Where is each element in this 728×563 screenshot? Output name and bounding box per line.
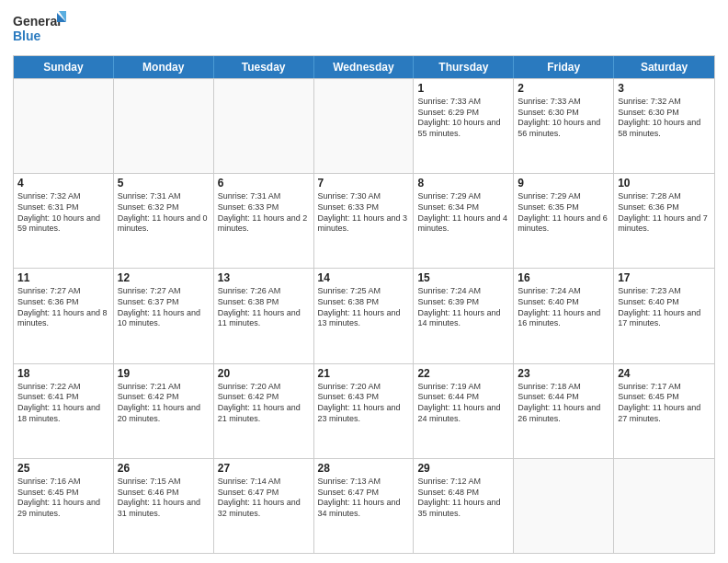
cell-info: Sunrise: 7:12 AM Sunset: 6:48 PM Dayligh… xyxy=(417,477,509,520)
cell-info: Sunrise: 7:23 AM Sunset: 6:40 PM Dayligh… xyxy=(618,286,711,329)
cal-cell-15: 15Sunrise: 7:24 AM Sunset: 6:39 PM Dayli… xyxy=(414,269,514,362)
day-number: 1 xyxy=(417,82,509,95)
cell-info: Sunrise: 7:16 AM Sunset: 6:45 PM Dayligh… xyxy=(17,477,109,520)
week-row-4: 25Sunrise: 7:16 AM Sunset: 6:45 PM Dayli… xyxy=(14,458,714,553)
calendar: SundayMondayTuesdayWednesdayThursdayFrid… xyxy=(13,55,715,554)
day-number: 6 xyxy=(218,177,310,190)
day-number: 20 xyxy=(218,367,310,380)
cal-cell-25: 25Sunrise: 7:16 AM Sunset: 6:45 PM Dayli… xyxy=(14,459,114,553)
cell-info: Sunrise: 7:14 AM Sunset: 6:47 PM Dayligh… xyxy=(218,477,310,520)
day-number: 25 xyxy=(17,462,109,475)
cell-info: Sunrise: 7:21 AM Sunset: 6:42 PM Dayligh… xyxy=(118,382,210,425)
cell-info: Sunrise: 7:33 AM Sunset: 6:30 PM Dayligh… xyxy=(518,97,609,140)
cal-cell-27: 27Sunrise: 7:14 AM Sunset: 6:47 PM Dayli… xyxy=(214,459,314,553)
cell-info: Sunrise: 7:27 AM Sunset: 6:36 PM Dayligh… xyxy=(17,286,109,329)
cell-info: Sunrise: 7:29 AM Sunset: 6:34 PM Dayligh… xyxy=(417,191,509,235)
cal-cell-17: 17Sunrise: 7:23 AM Sunset: 6:40 PM Dayli… xyxy=(614,269,714,362)
cal-cell-21: 21Sunrise: 7:20 AM Sunset: 6:43 PM Dayli… xyxy=(314,364,415,458)
cell-info: Sunrise: 7:20 AM Sunset: 6:43 PM Dayligh… xyxy=(318,382,410,425)
day-number: 15 xyxy=(417,271,509,284)
week-row-0: 1Sunrise: 7:33 AM Sunset: 6:29 PM Daylig… xyxy=(14,78,714,173)
cell-info: Sunrise: 7:18 AM Sunset: 6:44 PM Dayligh… xyxy=(518,382,609,425)
header: GeneralBlue xyxy=(13,9,715,50)
svg-text:General: General xyxy=(13,14,61,29)
day-number: 10 xyxy=(618,177,711,190)
cell-info: Sunrise: 7:27 AM Sunset: 6:37 PM Dayligh… xyxy=(118,286,210,329)
cal-cell-10: 10Sunrise: 7:28 AM Sunset: 6:36 PM Dayli… xyxy=(614,174,714,268)
header-day-wednesday: Wednesday xyxy=(314,56,415,78)
day-number: 21 xyxy=(318,367,410,380)
cal-cell-24: 24Sunrise: 7:17 AM Sunset: 6:45 PM Dayli… xyxy=(614,364,714,458)
cell-info: Sunrise: 7:13 AM Sunset: 6:47 PM Dayligh… xyxy=(318,477,410,520)
cell-info: Sunrise: 7:29 AM Sunset: 6:35 PM Dayligh… xyxy=(518,191,609,235)
cal-cell-empty-0-0 xyxy=(14,79,114,173)
cal-cell-12: 12Sunrise: 7:27 AM Sunset: 6:37 PM Dayli… xyxy=(114,269,214,362)
calendar-body: 1Sunrise: 7:33 AM Sunset: 6:29 PM Daylig… xyxy=(14,78,714,553)
cell-info: Sunrise: 7:32 AM Sunset: 6:30 PM Dayligh… xyxy=(618,97,711,140)
day-number: 11 xyxy=(17,271,109,284)
day-number: 22 xyxy=(417,367,509,380)
cal-cell-empty-4-6 xyxy=(614,459,714,553)
cal-cell-6: 6Sunrise: 7:31 AM Sunset: 6:33 PM Daylig… xyxy=(214,174,314,268)
header-day-friday: Friday xyxy=(514,56,614,78)
cell-info: Sunrise: 7:24 AM Sunset: 6:40 PM Dayligh… xyxy=(518,286,609,329)
cal-cell-28: 28Sunrise: 7:13 AM Sunset: 6:47 PM Dayli… xyxy=(314,459,415,553)
cal-cell-23: 23Sunrise: 7:18 AM Sunset: 6:44 PM Dayli… xyxy=(514,364,614,458)
day-number: 14 xyxy=(318,271,410,284)
day-number: 23 xyxy=(518,367,609,380)
cal-cell-29: 29Sunrise: 7:12 AM Sunset: 6:48 PM Dayli… xyxy=(414,459,514,553)
day-number: 5 xyxy=(118,177,210,190)
header-day-monday: Monday xyxy=(114,56,214,78)
cal-cell-5: 5Sunrise: 7:31 AM Sunset: 6:32 PM Daylig… xyxy=(114,174,214,268)
cal-cell-13: 13Sunrise: 7:26 AM Sunset: 6:38 PM Dayli… xyxy=(214,269,314,362)
svg-text:Blue: Blue xyxy=(13,29,41,43)
cal-cell-2: 2Sunrise: 7:33 AM Sunset: 6:30 PM Daylig… xyxy=(514,79,614,173)
cell-info: Sunrise: 7:28 AM Sunset: 6:36 PM Dayligh… xyxy=(618,191,711,235)
day-number: 13 xyxy=(218,271,310,284)
day-number: 12 xyxy=(118,271,210,284)
cal-cell-8: 8Sunrise: 7:29 AM Sunset: 6:34 PM Daylig… xyxy=(414,174,514,268)
day-number: 26 xyxy=(118,462,210,475)
header-day-tuesday: Tuesday xyxy=(214,56,314,78)
cal-cell-empty-0-1 xyxy=(114,79,214,173)
cal-cell-19: 19Sunrise: 7:21 AM Sunset: 6:42 PM Dayli… xyxy=(114,364,214,458)
day-number: 18 xyxy=(17,367,109,380)
header-day-sunday: Sunday xyxy=(14,56,114,78)
cell-info: Sunrise: 7:19 AM Sunset: 6:44 PM Dayligh… xyxy=(417,382,509,425)
week-row-3: 18Sunrise: 7:22 AM Sunset: 6:41 PM Dayli… xyxy=(14,363,714,458)
cal-cell-26: 26Sunrise: 7:15 AM Sunset: 6:46 PM Dayli… xyxy=(114,459,214,553)
cell-info: Sunrise: 7:31 AM Sunset: 6:33 PM Dayligh… xyxy=(218,191,310,235)
day-number: 16 xyxy=(518,271,609,284)
cal-cell-9: 9Sunrise: 7:29 AM Sunset: 6:35 PM Daylig… xyxy=(514,174,614,268)
day-number: 7 xyxy=(318,177,410,190)
cal-cell-1: 1Sunrise: 7:33 AM Sunset: 6:29 PM Daylig… xyxy=(414,79,514,173)
cal-cell-empty-0-3 xyxy=(314,79,415,173)
cell-info: Sunrise: 7:22 AM Sunset: 6:41 PM Dayligh… xyxy=(17,382,109,425)
cal-cell-11: 11Sunrise: 7:27 AM Sunset: 6:36 PM Dayli… xyxy=(14,269,114,362)
cell-info: Sunrise: 7:33 AM Sunset: 6:29 PM Dayligh… xyxy=(417,97,509,140)
cell-info: Sunrise: 7:31 AM Sunset: 6:32 PM Dayligh… xyxy=(118,191,210,235)
day-number: 19 xyxy=(118,367,210,380)
cell-info: Sunrise: 7:17 AM Sunset: 6:45 PM Dayligh… xyxy=(618,382,711,425)
day-number: 3 xyxy=(618,82,711,95)
cal-cell-3: 3Sunrise: 7:32 AM Sunset: 6:30 PM Daylig… xyxy=(614,79,714,173)
cal-cell-16: 16Sunrise: 7:24 AM Sunset: 6:40 PM Dayli… xyxy=(514,269,614,362)
day-number: 2 xyxy=(518,82,609,95)
cell-info: Sunrise: 7:24 AM Sunset: 6:39 PM Dayligh… xyxy=(417,286,509,329)
logo-svg: GeneralBlue xyxy=(13,9,68,50)
cal-cell-4: 4Sunrise: 7:32 AM Sunset: 6:31 PM Daylig… xyxy=(14,174,114,268)
cal-cell-18: 18Sunrise: 7:22 AM Sunset: 6:41 PM Dayli… xyxy=(14,364,114,458)
header-day-thursday: Thursday xyxy=(414,56,514,78)
day-number: 29 xyxy=(417,462,509,475)
day-number: 27 xyxy=(218,462,310,475)
cell-info: Sunrise: 7:26 AM Sunset: 6:38 PM Dayligh… xyxy=(218,286,310,329)
cell-info: Sunrise: 7:32 AM Sunset: 6:31 PM Dayligh… xyxy=(17,191,109,235)
cal-cell-14: 14Sunrise: 7:25 AM Sunset: 6:38 PM Dayli… xyxy=(314,269,415,362)
day-number: 24 xyxy=(618,367,711,380)
cell-info: Sunrise: 7:25 AM Sunset: 6:38 PM Dayligh… xyxy=(318,286,410,329)
cal-cell-empty-0-2 xyxy=(214,79,314,173)
header-day-saturday: Saturday xyxy=(614,56,714,78)
week-row-2: 11Sunrise: 7:27 AM Sunset: 6:36 PM Dayli… xyxy=(14,268,714,362)
cell-info: Sunrise: 7:20 AM Sunset: 6:42 PM Dayligh… xyxy=(218,382,310,425)
cal-cell-empty-4-5 xyxy=(514,459,614,553)
